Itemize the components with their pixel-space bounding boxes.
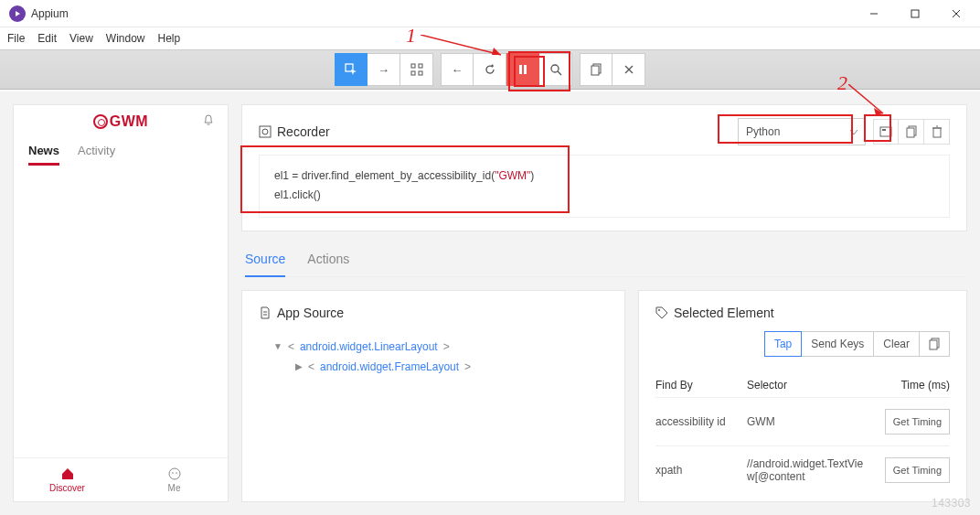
svg-rect-7: [419, 64, 422, 68]
window-maximize[interactable]: [894, 0, 935, 27]
tab-source[interactable]: Source: [245, 244, 285, 277]
titlebar: Appium: [0, 0, 980, 27]
gwm-logo: GWM: [93, 113, 148, 130]
selector-table: Find By Selector Time (ms) accessibility…: [655, 373, 950, 494]
copy-attributes-button[interactable]: [920, 331, 950, 357]
right-column: Recorder Python: [241, 104, 967, 502]
get-timing-button[interactable]: Get Timing: [885, 457, 950, 483]
svg-marker-0: [16, 11, 20, 16]
tree-node-framelayout[interactable]: ▶ <android.widget.FrameLayout>: [295, 357, 608, 377]
app-source-card: App Source ▼ <android.widget.LinearLayou…: [241, 290, 625, 502]
menu-view[interactable]: View: [69, 32, 93, 45]
home-icon: [60, 467, 75, 481]
svg-rect-9: [419, 71, 422, 75]
svg-rect-39: [930, 340, 937, 349]
svg-rect-28: [880, 127, 891, 136]
svg-point-25: [176, 472, 177, 474]
selector-row: xpath //android.widget.TextView[@content…: [655, 445, 950, 494]
file-icon: [259, 306, 272, 319]
col-findby: Find By: [655, 379, 747, 392]
tap-button[interactable]: Tap: [764, 331, 802, 357]
workspace: GWM News Activity Discover Me: [0, 91, 980, 515]
svg-point-24: [172, 472, 174, 474]
toolbar-tap-coords-button[interactable]: [400, 53, 433, 86]
selected-element-card: Selected Element Tap Send Keys Clear Fin…: [638, 290, 967, 502]
clear-recording-button[interactable]: [924, 119, 950, 145]
copy-code-button[interactable]: [899, 119, 924, 145]
device-tab-news[interactable]: News: [28, 144, 59, 166]
device-header: GWM: [14, 105, 228, 138]
menu-file[interactable]: File: [7, 32, 25, 45]
tab-actions[interactable]: Actions: [307, 244, 349, 276]
svg-rect-31: [907, 128, 914, 137]
toolbar-refresh-button[interactable]: [474, 53, 506, 86]
toolbar-select-elements-button[interactable]: [335, 53, 368, 86]
face-icon: [167, 467, 182, 481]
svg-rect-32: [933, 128, 941, 137]
selected-element-title: Selected Element: [655, 306, 950, 320]
source-tree: ▼ <android.widget.LinearLayout> ▶ <andro…: [259, 337, 608, 377]
bell-icon[interactable]: [202, 114, 215, 127]
svg-rect-26: [260, 126, 271, 137]
window-close[interactable]: [935, 0, 976, 27]
caret-right-icon: ▶: [295, 361, 303, 371]
record-icon: [259, 125, 272, 138]
language-select[interactable]: Python: [738, 118, 866, 145]
window-minimize[interactable]: [853, 0, 894, 27]
toolbar-search-button[interactable]: [539, 53, 572, 86]
caret-down-icon: ▼: [273, 341, 282, 351]
toolbar: → ←: [0, 49, 980, 90]
col-selector: Selector: [747, 379, 868, 392]
show-boilerplate-button[interactable]: [873, 119, 899, 145]
selector-row: accessibility id GWM Get Timing: [655, 397, 950, 445]
svg-rect-10: [519, 65, 522, 74]
tree-node-linearlayout[interactable]: ▼ <android.widget.LinearLayout>: [273, 337, 608, 357]
menu-help[interactable]: Help: [158, 32, 181, 45]
watermark: 143303: [932, 497, 971, 510]
menu-edit[interactable]: Edit: [37, 32, 57, 45]
svg-rect-11: [524, 65, 527, 74]
chevron-down-icon: [850, 130, 858, 134]
toolbar-swipe-button[interactable]: →: [368, 53, 400, 86]
toolbar-copy-xml-button[interactable]: [580, 53, 612, 86]
svg-rect-29: [882, 129, 886, 131]
get-timing-button[interactable]: Get Timing: [885, 409, 950, 435]
app-icon: [9, 5, 26, 22]
device-preview-panel: GWM News Activity Discover Me: [13, 104, 229, 502]
svg-point-37: [658, 309, 660, 311]
tag-icon: [655, 306, 668, 319]
inspector-tabs: Source Actions: [241, 244, 967, 277]
inspector-body: App Source ▼ <android.widget.LinearLayou…: [241, 290, 967, 502]
send-keys-button[interactable]: Send Keys: [802, 331, 874, 357]
app-title: Appium: [31, 7, 69, 20]
recorder-card: Recorder Python: [241, 104, 967, 231]
toolbar-back-button[interactable]: ←: [441, 53, 474, 86]
device-nav-discover[interactable]: Discover: [14, 458, 121, 501]
svg-line-13: [558, 71, 561, 75]
col-time: Time (ms): [868, 379, 950, 392]
device-bottom-nav: Discover Me: [14, 457, 228, 501]
device-tabs: News Activity: [14, 138, 228, 166]
svg-point-12: [551, 65, 559, 72]
app-source-title: App Source: [259, 306, 608, 320]
svg-point-23: [169, 468, 180, 479]
device-tab-activity[interactable]: Activity: [78, 144, 115, 166]
gwm-logo-text: GWM: [110, 113, 148, 130]
svg-point-27: [262, 129, 268, 134]
toolbar-record-pause-button[interactable]: [506, 53, 539, 86]
svg-rect-6: [411, 64, 415, 68]
recorder-title: Recorder: [259, 124, 330, 139]
svg-rect-15: [591, 66, 599, 75]
clear-button[interactable]: Clear: [874, 331, 920, 357]
toolbar-quit-button[interactable]: [612, 53, 645, 86]
menu-window[interactable]: Window: [106, 32, 145, 45]
gwm-logo-icon: [93, 114, 108, 129]
menubar: File Edit View Window Help: [0, 27, 980, 49]
svg-rect-2: [911, 10, 919, 17]
svg-rect-8: [411, 71, 415, 75]
device-nav-me[interactable]: Me: [121, 458, 228, 501]
recorded-code: el1 = driver.find_element_by_accessibili…: [259, 155, 950, 218]
